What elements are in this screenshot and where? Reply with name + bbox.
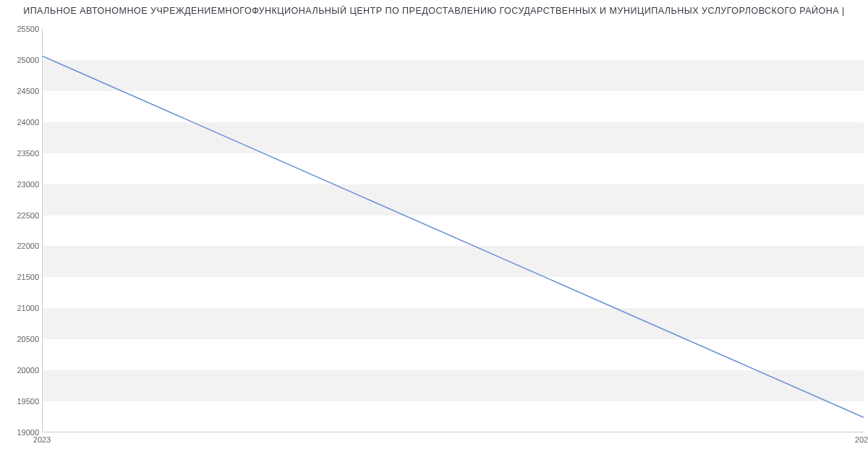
y-tick-label: 25000 [7, 56, 39, 64]
y-tick-label: 23000 [7, 180, 39, 189]
y-tick-label: 25500 [7, 25, 39, 33]
data-line [43, 56, 864, 418]
chart-container: ИПАЛЬНОЕ АВТОНОМНОЕ УЧРЕЖДЕНИЕМНОГОФУНКЦ… [0, 0, 868, 470]
y-tick-label: 20500 [7, 335, 39, 343]
x-tick-label: 2023 [33, 435, 51, 444]
x-tick-label: 2024 [855, 435, 868, 444]
y-tick-label: 23500 [7, 149, 39, 158]
line-series [43, 29, 864, 432]
y-tick-label: 22000 [7, 242, 39, 250]
y-tick-label: 21500 [7, 273, 39, 281]
chart-title: ИПАЛЬНОЕ АВТОНОМНОЕ УЧРЕЖДЕНИЕМНОГОФУНКЦ… [0, 6, 868, 16]
y-tick-label: 20000 [7, 366, 39, 375]
y-tick-label: 21000 [7, 304, 39, 312]
plot-area [42, 29, 864, 432]
y-tick-label: 22500 [7, 211, 39, 220]
y-tick-label: 24000 [7, 118, 39, 127]
y-tick-label: 24500 [7, 87, 39, 95]
y-tick-label: 19500 [7, 397, 39, 406]
